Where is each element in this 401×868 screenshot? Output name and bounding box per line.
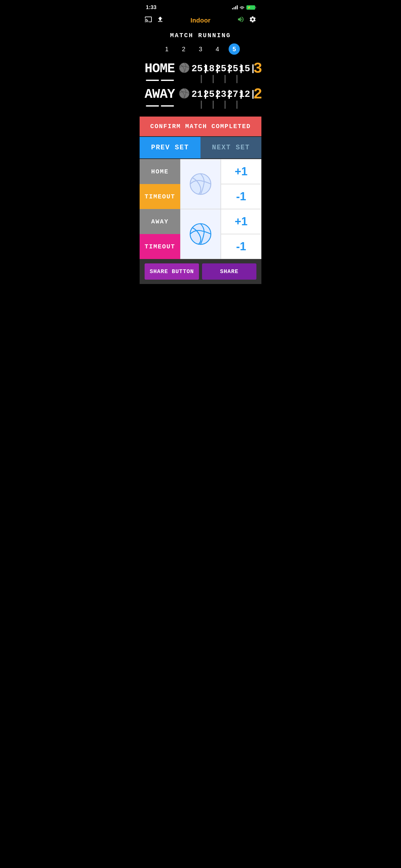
settings-icon[interactable] bbox=[249, 16, 257, 25]
cast-icon[interactable] bbox=[144, 16, 152, 25]
home-set-scores: 25| 18| 25| 25| 15| bbox=[192, 63, 251, 74]
away-set-1: 21| bbox=[192, 89, 203, 100]
nav-right bbox=[237, 16, 257, 25]
away-set-scores: 21| 25| 23| 27| 12| bbox=[192, 89, 251, 100]
home-volleyball-icon bbox=[179, 62, 190, 75]
status-icons: ⚡ bbox=[232, 5, 255, 10]
prev-set-button[interactable]: PREV SET bbox=[140, 137, 201, 158]
control-grid: HOME +1 TIMEOUT -1 AWAY +1 TIMEOUT bbox=[140, 158, 261, 259]
set-tab-4[interactable]: 4 bbox=[212, 45, 223, 53]
away-set-4: 27| bbox=[227, 89, 239, 100]
home-set-2: 18| bbox=[203, 63, 215, 74]
share-button-1[interactable]: SHARE BUTTON bbox=[144, 264, 199, 280]
home-team-row: HOME 25| 18| 25| 25| 15| 3 bbox=[144, 60, 257, 77]
set-tab-5[interactable]: 5 bbox=[229, 43, 240, 55]
away-team-row: AWAY 21| 25| 23| 27| 12| 2 bbox=[144, 86, 257, 103]
nav-title: Indoor bbox=[191, 17, 210, 24]
home-set-4: 25| bbox=[227, 63, 239, 74]
away-set-3: 23| bbox=[215, 89, 227, 100]
confirm-match-button[interactable]: CONFIRM MATCH COMPLETED bbox=[140, 117, 261, 136]
status-time: 1:33 bbox=[146, 4, 157, 11]
away-volleyball-icon bbox=[179, 88, 190, 101]
match-area: MATCH RUNNING 1 2 3 4 5 HOME 25| 18| 25|… bbox=[140, 29, 261, 117]
home-timeout-button[interactable]: TIMEOUT bbox=[140, 184, 180, 209]
bottom-area: SHARE BUTTON SHARE bbox=[140, 259, 261, 284]
away-team-label: AWAY bbox=[144, 87, 179, 102]
next-set-button[interactable]: NEXT SET bbox=[201, 137, 261, 158]
home-set-1: 25| bbox=[192, 63, 203, 74]
away-volleyball-ball bbox=[189, 223, 212, 245]
sound-icon[interactable] bbox=[237, 16, 244, 25]
set-tab-3[interactable]: 3 bbox=[195, 45, 206, 53]
home-control-label[interactable]: HOME bbox=[140, 159, 180, 184]
home-ball-cell bbox=[180, 159, 221, 209]
set-tabs: 1 2 3 4 5 bbox=[144, 43, 257, 55]
nav-bar: Indoor bbox=[140, 13, 261, 29]
nav-left bbox=[144, 16, 164, 25]
upload-icon[interactable] bbox=[157, 16, 164, 25]
home-serve-line-2 bbox=[161, 80, 174, 81]
status-bar: 1:33 ⚡ bbox=[140, 0, 261, 13]
home-team-label: HOME bbox=[144, 61, 179, 76]
set-tab-1[interactable]: 1 bbox=[161, 45, 172, 53]
home-plus-button[interactable]: +1 bbox=[221, 159, 261, 184]
home-serve-line-1 bbox=[146, 80, 159, 81]
set-navigation: PREV SET NEXT SET bbox=[140, 136, 261, 158]
away-control-label[interactable]: AWAY bbox=[140, 209, 180, 234]
away-set-5: 12| bbox=[239, 89, 251, 100]
battery-icon: ⚡ bbox=[246, 5, 255, 10]
away-minus-button[interactable]: -1 bbox=[221, 234, 261, 259]
share-button-2[interactable]: SHARE bbox=[202, 264, 257, 280]
away-plus-button[interactable]: +1 bbox=[221, 209, 261, 234]
home-set-3: 25| bbox=[215, 63, 227, 74]
home-volleyball-ball bbox=[189, 173, 212, 195]
match-status: MATCH RUNNING bbox=[144, 32, 257, 39]
set-tab-2[interactable]: 2 bbox=[178, 45, 189, 53]
away-set-2: 25| bbox=[203, 89, 215, 100]
home-set-5: 15| bbox=[239, 63, 251, 74]
away-timeout-button[interactable]: TIMEOUT bbox=[140, 234, 180, 259]
away-serve-line-1 bbox=[146, 105, 159, 106]
away-serve-line-2 bbox=[161, 105, 174, 106]
home-minus-button[interactable]: -1 bbox=[221, 184, 261, 209]
wifi-icon bbox=[239, 6, 244, 9]
signal-icon bbox=[232, 6, 238, 9]
away-ball-cell bbox=[180, 209, 221, 259]
